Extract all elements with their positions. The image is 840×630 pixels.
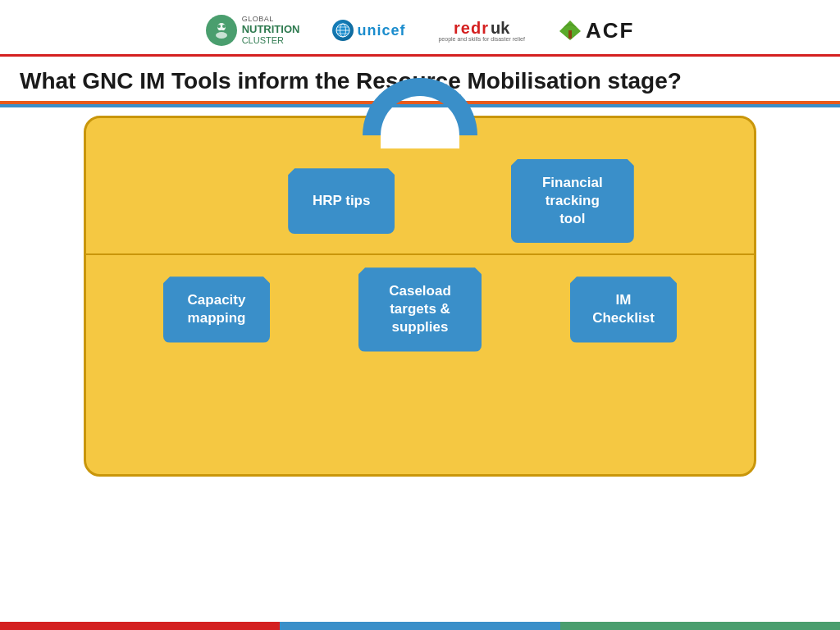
unicef-globe-icon: [332, 20, 354, 41]
redr-subtitle: people and skills for disaster relief: [438, 36, 524, 42]
stripe-blue: [280, 622, 559, 630]
gnc-cluster: CLUSTER: [242, 35, 300, 45]
stripe-red: [0, 622, 280, 630]
svg-point-2: [217, 25, 221, 28]
logo-unicef: unicef: [332, 20, 405, 41]
svg-point-1: [216, 32, 227, 39]
acf-label: ACF: [586, 18, 634, 43]
tools-row-2: Capacity mapping Caseload targets & supp…: [119, 267, 721, 351]
logo-acf: ACF: [558, 18, 634, 43]
tools-grid: HRP tips Financial tracking tool Capacit…: [119, 159, 721, 352]
header-logos: Global NUTRITION CLUSTER unicef redr uk …: [0, 0, 840, 54]
stripe-green: [560, 622, 840, 630]
redr-uk-text: uk: [491, 19, 509, 38]
briefcase-body: HRP tips Financial tracking tool Capacit…: [84, 116, 756, 477]
briefcase-area: HRP tips Financial tracking tool Capacit…: [0, 116, 840, 493]
logo-gnc: Global NUTRITION CLUSTER: [206, 15, 300, 46]
tools-row-1: HRP tips Financial tracking tool: [119, 159, 721, 243]
tool-caseload-targets[interactable]: Caseload targets & supplies: [358, 267, 482, 351]
briefcase-wrapper: HRP tips Financial tracking tool Capacit…: [84, 116, 756, 477]
svg-point-3: [222, 25, 226, 28]
tool-hrp-tips[interactable]: HRP tips: [288, 168, 395, 234]
redr-text: redr: [454, 19, 489, 38]
logo-redr: redr uk people and skills for disaster r…: [438, 19, 524, 42]
svg-rect-10: [568, 30, 572, 39]
footer-stripe: [0, 622, 840, 630]
acf-plant-icon: [558, 19, 582, 42]
unicef-label: unicef: [357, 22, 405, 39]
tool-financial-tracking[interactable]: Financial tracking tool: [511, 159, 634, 243]
lid-separator: [84, 253, 756, 255]
gnc-icon: [206, 15, 237, 46]
gnc-nutrition: NUTRITION: [242, 24, 300, 35]
tool-capacity-mapping[interactable]: Capacity mapping: [163, 276, 270, 342]
gnc-text: Global NUTRITION CLUSTER: [242, 16, 300, 45]
tool-im-checklist[interactable]: IM Checklist: [570, 276, 677, 342]
